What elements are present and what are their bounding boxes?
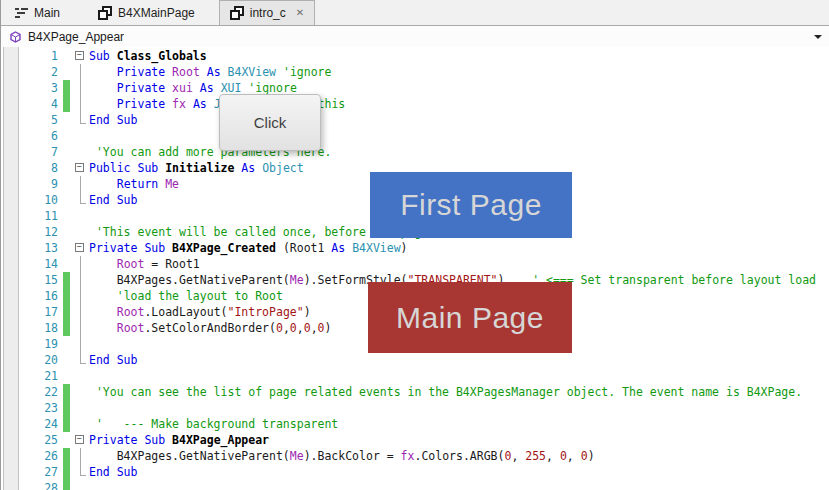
line-number: 9 [1, 176, 58, 192]
fold-guide [73, 64, 89, 80]
fold-guide [73, 192, 89, 208]
code-text [89, 400, 829, 416]
code-text: End Sub [89, 112, 829, 128]
changed-line-bar [63, 304, 70, 320]
line-number: 24 [1, 416, 58, 432]
code-text: Private Sub B4XPage_Created (Root1 As B4… [89, 240, 829, 256]
first-page-panel[interactable]: First Page [370, 172, 572, 238]
code-line: 7 'You can add more parameters here. [1, 144, 829, 160]
code-line: 22 'You can see the list of page related… [1, 384, 829, 400]
fold-guide [73, 80, 89, 96]
code-editor[interactable]: 1−Sub Class_Globals2 Private Root As B4X… [1, 47, 829, 490]
fold-toggle[interactable]: − [73, 160, 89, 176]
fold-guide [73, 416, 89, 432]
main-page-label: Main Page [396, 301, 544, 335]
member-dropdown-value: B4XPage_Appear [28, 30, 124, 44]
changed-line-bar [63, 208, 70, 224]
fold-guide [73, 144, 89, 160]
line-number: 14 [1, 256, 58, 272]
changed-line-bar [63, 288, 70, 304]
code-text: End Sub [89, 352, 829, 368]
tab-label: Main [34, 6, 60, 20]
line-number: 12 [1, 224, 58, 240]
fold-guide [73, 208, 89, 224]
changed-line-bar [63, 128, 70, 144]
collapse-icon[interactable]: − [75, 51, 84, 60]
code-line: 23 [1, 400, 829, 416]
line-number: 4 [1, 96, 58, 112]
changed-line-bar [63, 480, 70, 490]
changed-line-bar [63, 144, 70, 160]
collapse-icon[interactable]: − [75, 435, 84, 444]
code-line: 4 Private fx As JFX ' you need this [1, 96, 829, 112]
line-number: 8 [1, 160, 58, 176]
fold-guide [73, 384, 89, 400]
code-text: Private fx As JFX ' you need this [89, 96, 829, 112]
changed-line-bar [63, 80, 70, 96]
click-button-label: Click [254, 114, 287, 131]
fold-toggle[interactable]: − [73, 432, 89, 448]
fold-guide [73, 272, 89, 288]
code-line: 26 B4XPages.GetNativeParent(Me).BackColo… [1, 448, 829, 464]
changed-line-bar [63, 320, 70, 336]
fold-guide [73, 320, 89, 336]
line-number: 2 [1, 64, 58, 80]
line-number: 19 [1, 336, 58, 352]
tab-b4xmainpage[interactable]: B4XMainPage [88, 0, 205, 25]
class-icon [98, 6, 112, 20]
code-text: Private Root As B4XView 'ignore [89, 64, 829, 80]
code-line: 5End Sub [1, 112, 829, 128]
changed-line-bar [63, 192, 70, 208]
tab-close-icon[interactable]: ✕ [296, 8, 304, 18]
code-text [89, 128, 829, 144]
line-number: 11 [1, 208, 58, 224]
tab-intro-c[interactable]: intro_c ✕ [219, 0, 315, 25]
fold-toggle[interactable]: − [73, 240, 89, 256]
line-number: 5 [1, 112, 58, 128]
fold-guide [73, 256, 89, 272]
line-number: 1 [1, 48, 58, 64]
changed-line-bar [63, 400, 70, 416]
fold-guide [73, 400, 89, 416]
changed-line-bar [63, 368, 70, 384]
code-line: 6 [1, 128, 829, 144]
changed-line-bar [63, 384, 70, 400]
fold-toggle[interactable]: − [73, 48, 89, 64]
fold-guide [73, 224, 89, 240]
line-number: 6 [1, 128, 58, 144]
code-text: End Sub [89, 464, 829, 480]
collapse-icon[interactable]: − [75, 243, 84, 252]
changed-line-bar [63, 272, 70, 288]
main-page-panel[interactable]: Main Page [368, 282, 572, 353]
line-number: 13 [1, 240, 58, 256]
code-line: 1−Sub Class_Globals [1, 48, 829, 64]
fold-guide [73, 480, 89, 490]
code-text [89, 368, 829, 384]
line-number: 20 [1, 352, 58, 368]
tab-label: intro_c [250, 6, 286, 20]
fold-guide [73, 448, 89, 464]
changed-line-bar [63, 416, 70, 432]
changed-line-bar [63, 96, 70, 112]
line-number: 3 [1, 80, 58, 96]
line-number: 23 [1, 400, 58, 416]
code-text: Root = Root1 [89, 256, 829, 272]
changed-line-bar [63, 224, 70, 240]
member-dropdown[interactable]: B4XPage_Appear [1, 26, 829, 48]
code-text: ' --- Make background transparent [89, 416, 829, 432]
click-button[interactable]: Click [219, 94, 321, 151]
chevron-down-icon[interactable] [814, 35, 822, 39]
code-text: Sub Class_Globals [89, 48, 829, 64]
fold-guide [73, 368, 89, 384]
changed-line-bar [63, 112, 70, 128]
code-text [89, 480, 829, 490]
collapse-icon[interactable]: − [75, 163, 84, 172]
code-text: Private xui As XUI 'ignore [89, 80, 829, 96]
fold-guide [73, 128, 89, 144]
sub-icon [10, 31, 21, 43]
changed-line-bar [63, 160, 70, 176]
changed-line-bar [63, 432, 70, 448]
line-number: 17 [1, 304, 58, 320]
changed-line-bar [63, 464, 70, 480]
tab-main[interactable]: Main [5, 0, 70, 25]
